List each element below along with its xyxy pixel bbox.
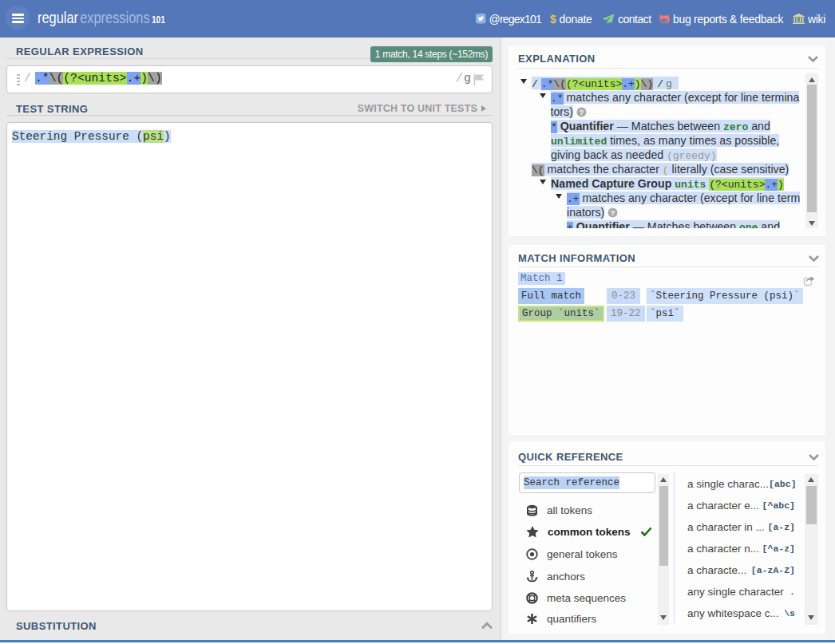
svg-text:?: ?: [580, 109, 584, 117]
svg-text:?: ?: [611, 209, 615, 217]
